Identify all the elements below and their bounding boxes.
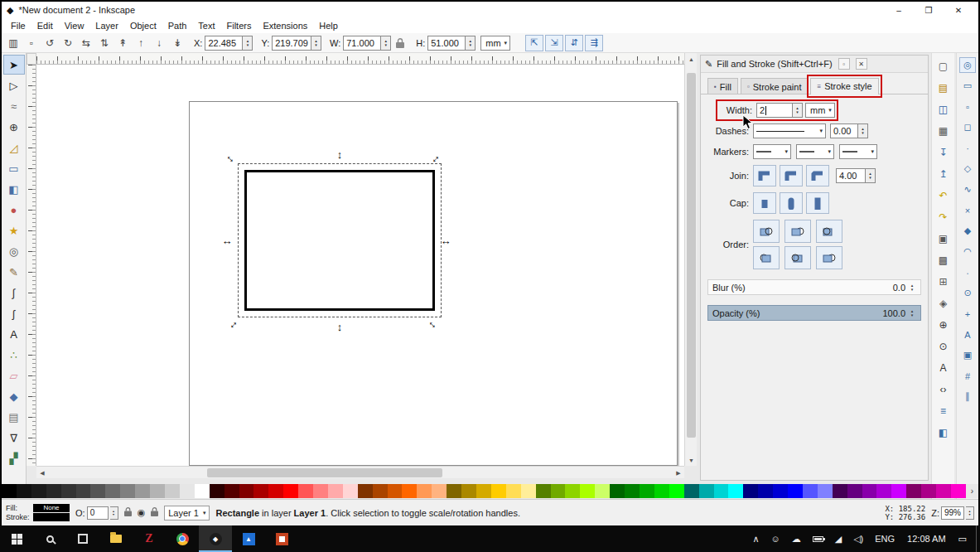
dropper-tool[interactable]: ∇ — [3, 428, 25, 448]
color-swatch[interactable] — [447, 484, 461, 498]
color-swatch[interactable] — [239, 484, 254, 498]
h-field[interactable]: 51.000 — [427, 36, 466, 51]
snap-intersections-icon[interactable]: × — [959, 202, 976, 218]
duplicate-icon[interactable]: ⊞ — [934, 273, 953, 291]
color-swatch[interactable] — [669, 484, 684, 498]
palette-scroll-right-icon[interactable]: › — [966, 484, 978, 498]
snap-grid-icon[interactable]: # — [959, 368, 976, 384]
color-swatch[interactable] — [491, 484, 506, 498]
color-swatch[interactable] — [253, 484, 268, 498]
color-swatch[interactable] — [595, 484, 610, 498]
color-swatch[interactable] — [862, 484, 877, 498]
flip-horizontal-icon[interactable]: ⇆ — [78, 35, 94, 51]
rectangle-tool[interactable]: ▭ — [3, 158, 25, 178]
order-option-5-button[interactable] — [784, 246, 811, 269]
spinner[interactable] — [966, 506, 974, 520]
export-icon[interactable]: ↥ — [934, 165, 953, 183]
color-swatch[interactable] — [773, 484, 788, 498]
cap-round-button[interactable] — [780, 192, 803, 214]
dashes-select[interactable] — [753, 123, 826, 138]
opacity-slider[interactable]: Opacity (%) 100.0 — [707, 305, 921, 321]
color-swatch[interactable] — [76, 484, 91, 498]
taskbar-search-button[interactable] — [33, 525, 66, 552]
x-field[interactable]: 22.485 — [205, 36, 243, 51]
dash-offset-input[interactable]: 0.00 — [830, 123, 858, 138]
stroke-swatch[interactable] — [33, 513, 70, 521]
w-field[interactable]: 71.000 — [343, 36, 381, 51]
color-swatch[interactable] — [298, 484, 313, 498]
color-swatch[interactable] — [328, 484, 343, 498]
color-swatch[interactable] — [951, 484, 966, 498]
pencil-tool[interactable]: ✎ — [3, 262, 25, 282]
blur-slider[interactable]: Blur (%) 0.0 — [707, 279, 921, 295]
ruler-corner[interactable] — [27, 53, 36, 65]
color-swatch[interactable] — [180, 484, 195, 498]
color-swatch[interactable] — [876, 484, 891, 498]
taskbar-app-zotero[interactable]: Z — [133, 525, 166, 552]
measure-tool[interactable]: ◿ — [3, 138, 25, 157]
zoom-page-icon[interactable]: ⊙ — [934, 337, 953, 356]
color-swatch[interactable] — [432, 484, 447, 498]
scale-handle-top[interactable]: ↕ — [333, 148, 346, 161]
battery-icon[interactable] — [807, 525, 829, 552]
spinner[interactable] — [908, 281, 916, 293]
menu-edit[interactable]: Edit — [31, 20, 59, 31]
color-swatch[interactable] — [906, 484, 921, 498]
y-field[interactable]: 219.709 — [272, 36, 311, 51]
color-swatch[interactable] — [165, 484, 180, 498]
action-center-icon[interactable]: ▭ — [953, 525, 973, 552]
maximize-button[interactable]: ❐ — [914, 2, 944, 18]
color-swatch[interactable] — [699, 484, 714, 498]
start-button[interactable] — [0, 525, 33, 552]
color-swatch[interactable] — [388, 484, 403, 498]
taskbar-app-photos[interactable]: ▲ — [232, 525, 265, 552]
menu-help[interactable]: Help — [313, 20, 344, 31]
color-swatch[interactable] — [313, 484, 328, 498]
color-swatch[interactable] — [61, 484, 76, 498]
snap-object-centers-icon[interactable]: ⊙ — [959, 285, 976, 301]
order-option-1-button[interactable] — [753, 220, 780, 243]
snap-bbox-icon[interactable]: ▭ — [959, 78, 976, 94]
new-document-icon[interactable]: ▢ — [934, 57, 953, 75]
horizontal-scrollbar[interactable]: ◀ ▶ — [36, 466, 684, 478]
color-swatch[interactable] — [17, 484, 31, 498]
color-swatch[interactable] — [135, 484, 150, 498]
connector-tool[interactable]: ▞ — [3, 448, 25, 468]
menu-file[interactable]: File — [5, 20, 31, 31]
snap-midpoints-icon[interactable]: ∙ — [959, 264, 976, 280]
color-swatch[interactable] — [654, 484, 669, 498]
scroll-down-icon[interactable]: ▼ — [685, 454, 698, 466]
color-swatch[interactable] — [506, 484, 521, 498]
show-desktop-button[interactable] — [976, 525, 980, 552]
scale-pattern-toggle[interactable]: ⇶ — [585, 35, 603, 51]
layer-lock-icon[interactable] — [151, 507, 158, 518]
panel-close-icon[interactable]: ✕ — [856, 58, 867, 70]
color-swatch[interactable] — [818, 484, 833, 498]
layer-select[interactable]: Layer 1 — [164, 506, 210, 521]
selector-tool[interactable]: ➤ — [3, 55, 25, 75]
color-swatch[interactable] — [150, 484, 165, 498]
menu-text[interactable]: Text — [192, 20, 220, 31]
network-icon[interactable]: ◢ — [829, 525, 847, 552]
spinner[interactable] — [858, 123, 868, 138]
color-swatch[interactable] — [788, 484, 803, 498]
tab-stroke-paint[interactable]: ▫ Stroke paint — [741, 78, 809, 94]
order-option-4-button[interactable] — [753, 246, 780, 269]
taskbar-app-inkscape[interactable]: ◆ — [199, 525, 232, 552]
spinner[interactable] — [110, 506, 118, 520]
vertical-scrollbar[interactable]: ▲ ▼ — [684, 53, 697, 466]
node-tool[interactable]: ▷ — [3, 75, 25, 95]
star-tool[interactable]: ★ — [3, 220, 25, 240]
color-swatch[interactable] — [891, 484, 906, 498]
color-swatch[interactable] — [521, 484, 536, 498]
color-swatch[interactable] — [268, 484, 283, 498]
calligraphy-tool[interactable]: ʃ — [3, 303, 25, 323]
join-bevel-button[interactable] — [806, 165, 829, 186]
close-button[interactable]: ✕ — [944, 2, 973, 18]
volume-icon[interactable]: ◁) — [847, 525, 869, 552]
color-swatch[interactable] — [625, 484, 640, 498]
snap-rotation-center-icon[interactable]: + — [959, 306, 976, 322]
text-tool[interactable]: A — [3, 324, 25, 344]
color-swatch[interactable] — [833, 484, 847, 498]
paste-icon[interactable]: ▩ — [934, 251, 953, 269]
